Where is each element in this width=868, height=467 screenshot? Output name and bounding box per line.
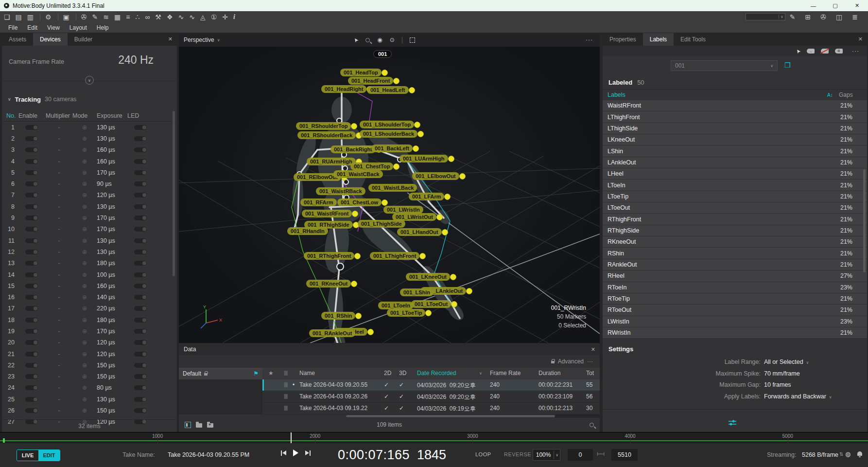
led-toggle[interactable] <box>134 295 147 300</box>
enable-toggle[interactable] <box>25 295 38 300</box>
mode-icon[interactable]: ⊕ <box>72 169 97 176</box>
labels-list-title[interactable]: Labels <box>608 91 625 98</box>
camera-row[interactable]: 15-⊕160 µs <box>2 280 177 291</box>
tab-edit-tools[interactable]: Edit Tools <box>674 33 712 46</box>
mode-icon[interactable]: ⊕ <box>72 283 97 289</box>
mode-icon[interactable]: ⊕ <box>72 124 97 131</box>
enable-toggle[interactable] <box>25 261 38 266</box>
viewport-canvas[interactable]: 001_HeadTop001_HeadFront001_HeadRight001… <box>179 47 600 343</box>
view-selector[interactable]: Perspective ∨ <box>179 36 220 43</box>
camera-record-icon[interactable]: ✇ <box>81 14 87 20</box>
menu-help[interactable]: Help <box>92 23 113 32</box>
camera-row[interactable]: 2-⊕130 µs <box>2 133 177 144</box>
playhead[interactable] <box>291 432 292 444</box>
led-toggle[interactable] <box>134 385 147 390</box>
marker-label[interactable]: 001_LFArm <box>409 193 444 200</box>
enable-toggle[interactable] <box>25 363 38 368</box>
range-start-field[interactable]: 0 <box>568 449 593 461</box>
marker-label[interactable]: 001_BackRight <box>330 145 376 153</box>
camera-view-icon[interactable]: ✇ <box>820 14 826 20</box>
column-2d[interactable]: 2D <box>384 370 391 377</box>
camera-row[interactable]: 4-⊕160 µs <box>2 156 177 167</box>
mode-icon[interactable]: ⊕ <box>72 237 97 244</box>
camera-row[interactable]: 20-⊕120 µs <box>2 337 177 348</box>
label-row[interactable]: LShin21% <box>603 145 867 157</box>
led-toggle[interactable] <box>134 318 147 323</box>
marker-label[interactable]: 001_HeadLeft <box>367 86 409 94</box>
marker-label[interactable]: 001_LToeTip <box>387 309 425 317</box>
camera-row[interactable]: 19-⊕170 µs <box>2 325 177 337</box>
graph-two-icon[interactable]: ∿ <box>189 14 195 20</box>
enable-toggle[interactable] <box>25 374 38 379</box>
enable-toggle[interactable] <box>25 352 38 357</box>
gaps-column-title[interactable]: Gaps <box>839 91 853 98</box>
led-toggle[interactable] <box>134 272 147 277</box>
timeline-ruler[interactable]: 10002000300040005000 <box>0 432 868 443</box>
marker-label[interactable]: 001_LKneeOut <box>406 273 450 281</box>
camera-table-scrollbar[interactable] <box>173 111 175 276</box>
network-icon[interactable]: ◍ <box>845 450 851 458</box>
column-mode[interactable]: Mode <box>72 112 97 119</box>
led-toggle[interactable] <box>134 204 147 209</box>
column-date-recorded[interactable]: Date Recorded <box>417 370 456 377</box>
archive-take-icon[interactable]: ▦ <box>114 14 121 20</box>
advanced-label[interactable]: Advanced <box>558 358 584 365</box>
split-columns-icon[interactable]: ◫ <box>836 14 842 20</box>
asset-select-dropdown[interactable]: 001 ∨ <box>671 60 778 71</box>
led-toggle[interactable] <box>134 261 147 266</box>
label-row[interactable]: LKneeOut21% <box>603 134 867 145</box>
marker-label[interactable]: 001_LShin <box>400 288 434 296</box>
camera-row[interactable]: 21-⊕120 µs <box>2 348 177 359</box>
enable-toggle[interactable] <box>25 193 38 198</box>
marker-label[interactable]: 001_WaistLBack <box>368 184 417 192</box>
label-row[interactable]: RThighSide21% <box>603 225 867 236</box>
mode-icon[interactable]: ⊕ <box>72 328 97 335</box>
marker-label[interactable]: 001_LShoulderTop <box>360 121 414 128</box>
marker-label[interactable]: 001_RThighFront <box>304 252 354 260</box>
camera-row[interactable]: 22-⊕150 µs <box>2 359 177 371</box>
column-led[interactable]: LED <box>127 112 156 119</box>
live-mode-button[interactable]: LIVE <box>17 450 38 461</box>
camera-row[interactable]: 3-⊕160 µs <box>2 144 177 156</box>
take-row[interactable]: ||||Take 2026-04-03 09.19.22✓✓04/03/2026… <box>262 403 600 414</box>
camera-row[interactable]: 14-⊕100 µs <box>2 269 177 280</box>
marker-label[interactable]: 001_RHandIn <box>287 227 328 235</box>
mode-icon[interactable]: ⊕ <box>72 339 97 346</box>
mode-icon[interactable]: ⊕ <box>72 317 97 323</box>
tab-labels[interactable]: Labels <box>643 33 674 46</box>
enable-toggle[interactable] <box>25 385 38 390</box>
camera-row[interactable]: 9-⊕170 µs <box>2 212 177 223</box>
marker-label[interactable]: 001_LHandOut <box>397 228 442 236</box>
marker-label[interactable]: 001_RFArm <box>300 198 337 206</box>
expand-chevron-icon[interactable]: ∨ <box>85 76 94 85</box>
marker-label[interactable]: 001_ChestLow <box>337 198 382 206</box>
tab-builder[interactable]: Builder <box>68 33 99 46</box>
label-row[interactable]: LToeTip21% <box>603 191 867 202</box>
led-toggle[interactable] <box>134 352 147 357</box>
mode-icon[interactable]: ⊕ <box>72 384 97 391</box>
column-duration[interactable]: Duration <box>538 370 560 377</box>
led-toggle[interactable] <box>134 227 147 232</box>
marquee-select-icon[interactable] <box>410 37 415 43</box>
column-enable[interactable]: Enable <box>18 112 46 119</box>
column-multiplier[interactable]: Multiplier <box>46 112 72 119</box>
enable-toggle[interactable] <box>25 204 38 209</box>
reverse-button[interactable]: REVERSE <box>504 451 531 457</box>
label-row[interactable]: RWristIn21% <box>603 327 867 339</box>
layout-combobox[interactable]: ∨ <box>746 13 785 20</box>
led-toggle[interactable] <box>134 159 147 164</box>
open-project-icon[interactable]: ❏ <box>4 14 10 20</box>
calibration-icon[interactable]: ▣ <box>63 14 69 20</box>
led-toggle[interactable] <box>134 238 147 243</box>
marker-label[interactable]: 001_HeadRight <box>321 85 366 93</box>
advanced-more-icon[interactable]: ··· <box>587 358 593 365</box>
database-icon[interactable]: ≋ <box>103 14 109 20</box>
mode-icon[interactable]: ⊕ <box>72 362 97 369</box>
viewport-more-icon[interactable]: ··· <box>586 36 593 43</box>
mode-icon[interactable]: ⊕ <box>72 260 97 267</box>
label-row[interactable]: LToeOut21% <box>603 202 867 214</box>
session-group-default[interactable]: Default ⚑ <box>179 368 262 379</box>
mode-icon[interactable]: ⊕ <box>72 180 97 187</box>
quick-label-icon[interactable]: → <box>807 49 815 54</box>
marker-label[interactable]: 001_LElbowOut <box>412 172 459 180</box>
